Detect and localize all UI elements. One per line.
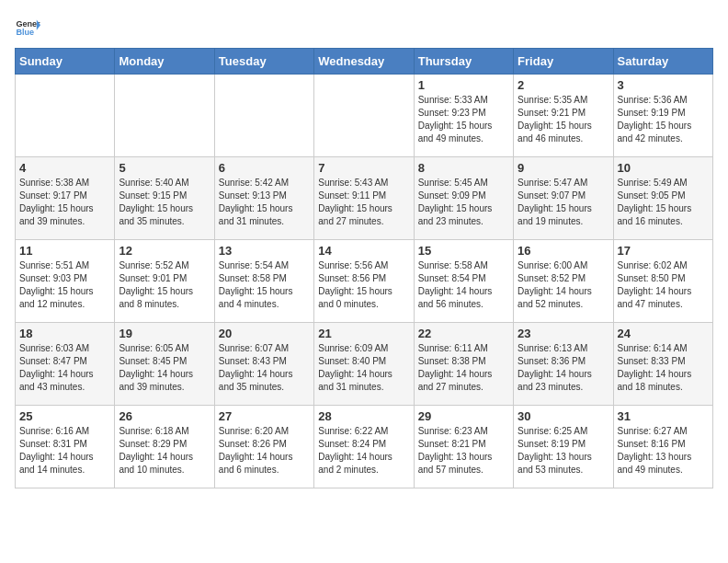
logo: General Blue [15,15,40,40]
day-info: Sunrise: 6:16 AM Sunset: 8:31 PM Dayligh… [19,425,110,477]
day-info: Sunrise: 5:58 AM Sunset: 8:54 PM Dayligh… [418,259,509,311]
calendar-cell: 4Sunrise: 5:38 AM Sunset: 9:17 PM Daylig… [16,157,115,240]
day-info: Sunrise: 6:03 AM Sunset: 8:47 PM Dayligh… [19,342,110,394]
day-info: Sunrise: 5:49 AM Sunset: 9:05 PM Dayligh… [618,177,709,228]
calendar-cell: 3Sunrise: 5:36 AM Sunset: 9:19 PM Daylig… [613,75,712,157]
logo-icon: General Blue [15,15,40,40]
day-number: 5 [119,161,210,175]
day-info: Sunrise: 6:18 AM Sunset: 8:29 PM Dayligh… [119,425,210,477]
day-header-friday: Friday [514,49,613,75]
calendar-cell [314,75,414,157]
day-info: Sunrise: 6:23 AM Sunset: 8:21 PM Dayligh… [418,425,509,477]
day-header-sunday: Sunday [16,49,115,75]
calendar-cell: 21Sunrise: 6:09 AM Sunset: 8:40 PM Dayli… [314,323,414,406]
day-info: Sunrise: 5:47 AM Sunset: 9:07 PM Dayligh… [518,177,609,228]
day-info: Sunrise: 6:00 AM Sunset: 8:52 PM Dayligh… [518,259,609,311]
day-number: 9 [518,161,609,175]
day-number: 25 [19,409,110,423]
calendar-cell: 19Sunrise: 6:05 AM Sunset: 8:45 PM Dayli… [115,323,214,406]
day-info: Sunrise: 5:52 AM Sunset: 9:01 PM Dayligh… [119,259,210,311]
calendar-cell: 17Sunrise: 6:02 AM Sunset: 8:50 PM Dayli… [613,240,712,323]
day-number: 11 [19,244,110,258]
calendar-cell: 13Sunrise: 5:54 AM Sunset: 8:58 PM Dayli… [214,240,313,323]
calendar-cell: 29Sunrise: 6:23 AM Sunset: 8:21 PM Dayli… [414,406,513,488]
day-info: Sunrise: 6:22 AM Sunset: 8:24 PM Dayligh… [318,425,409,477]
calendar-cell: 28Sunrise: 6:22 AM Sunset: 8:24 PM Dayli… [314,406,414,488]
day-number: 6 [219,161,310,175]
calendar-cell: 8Sunrise: 5:45 AM Sunset: 9:09 PM Daylig… [414,157,513,240]
calendar-cell: 10Sunrise: 5:49 AM Sunset: 9:05 PM Dayli… [613,157,712,240]
day-info: Sunrise: 6:05 AM Sunset: 8:45 PM Dayligh… [119,342,210,394]
day-number: 24 [618,327,709,340]
day-number: 4 [19,161,110,175]
day-number: 31 [618,409,709,423]
calendar-cell: 22Sunrise: 6:11 AM Sunset: 8:38 PM Dayli… [414,323,513,406]
calendar-cell: 30Sunrise: 6:25 AM Sunset: 8:19 PM Dayli… [514,406,613,488]
header: General Blue [15,15,713,40]
week-row-1: 1Sunrise: 5:33 AM Sunset: 9:23 PM Daylig… [16,75,713,157]
day-info: Sunrise: 5:56 AM Sunset: 8:56 PM Dayligh… [318,259,409,311]
day-info: Sunrise: 6:11 AM Sunset: 8:38 PM Dayligh… [418,342,509,394]
calendar-cell: 31Sunrise: 6:27 AM Sunset: 8:16 PM Dayli… [613,406,712,488]
week-row-4: 18Sunrise: 6:03 AM Sunset: 8:47 PM Dayli… [16,323,713,406]
day-number: 10 [618,161,709,175]
svg-text:Blue: Blue [16,28,34,37]
calendar-cell: 18Sunrise: 6:03 AM Sunset: 8:47 PM Dayli… [16,323,115,406]
day-info: Sunrise: 6:14 AM Sunset: 8:33 PM Dayligh… [618,342,709,394]
day-header-thursday: Thursday [414,49,513,75]
calendar-cell: 2Sunrise: 5:35 AM Sunset: 9:21 PM Daylig… [514,75,613,157]
day-number: 19 [119,327,210,340]
calendar-cell: 9Sunrise: 5:47 AM Sunset: 9:07 PM Daylig… [514,157,613,240]
calendar-cell: 16Sunrise: 6:00 AM Sunset: 8:52 PM Dayli… [514,240,613,323]
calendar-cell: 15Sunrise: 5:58 AM Sunset: 8:54 PM Dayli… [414,240,513,323]
day-number: 29 [418,409,509,423]
day-header-tuesday: Tuesday [214,49,313,75]
day-number: 17 [618,244,709,258]
day-header-wednesday: Wednesday [314,49,414,75]
calendar-cell: 27Sunrise: 6:20 AM Sunset: 8:26 PM Dayli… [214,406,313,488]
day-number: 1 [418,78,509,92]
week-row-2: 4Sunrise: 5:38 AM Sunset: 9:17 PM Daylig… [16,157,713,240]
day-number: 12 [119,244,210,258]
day-info: Sunrise: 6:02 AM Sunset: 8:50 PM Dayligh… [618,259,709,311]
day-number: 27 [219,409,310,423]
day-info: Sunrise: 5:43 AM Sunset: 9:11 PM Dayligh… [318,177,409,228]
day-number: 7 [318,161,409,175]
day-info: Sunrise: 5:51 AM Sunset: 9:03 PM Dayligh… [19,259,110,311]
day-info: Sunrise: 6:25 AM Sunset: 8:19 PM Dayligh… [518,425,609,477]
calendar-cell [115,75,214,157]
day-number: 13 [219,244,310,258]
calendar-cell: 20Sunrise: 6:07 AM Sunset: 8:43 PM Dayli… [214,323,313,406]
calendar-cell: 12Sunrise: 5:52 AM Sunset: 9:01 PM Dayli… [115,240,214,323]
day-number: 14 [318,244,409,258]
calendar-cell: 23Sunrise: 6:13 AM Sunset: 8:36 PM Dayli… [514,323,613,406]
calendar-cell: 7Sunrise: 5:43 AM Sunset: 9:11 PM Daylig… [314,157,414,240]
day-header-saturday: Saturday [613,49,712,75]
calendar-cell: 5Sunrise: 5:40 AM Sunset: 9:15 PM Daylig… [115,157,214,240]
day-number: 30 [518,409,609,423]
calendar-cell: 25Sunrise: 6:16 AM Sunset: 8:31 PM Dayli… [16,406,115,488]
day-info: Sunrise: 6:20 AM Sunset: 8:26 PM Dayligh… [219,425,310,477]
calendar-cell: 26Sunrise: 6:18 AM Sunset: 8:29 PM Dayli… [115,406,214,488]
calendar-cell [16,75,115,157]
day-info: Sunrise: 5:40 AM Sunset: 9:15 PM Dayligh… [119,177,210,228]
day-number: 21 [318,327,409,340]
day-number: 8 [418,161,509,175]
day-header-monday: Monday [115,49,214,75]
calendar-header-row: SundayMondayTuesdayWednesdayThursdayFrid… [16,49,713,75]
day-info: Sunrise: 5:35 AM Sunset: 9:21 PM Dayligh… [518,94,609,145]
day-number: 22 [418,327,509,340]
day-number: 28 [318,409,409,423]
day-info: Sunrise: 6:09 AM Sunset: 8:40 PM Dayligh… [318,342,409,394]
day-number: 26 [119,409,210,423]
day-number: 20 [219,327,310,340]
day-info: Sunrise: 5:54 AM Sunset: 8:58 PM Dayligh… [219,259,310,311]
day-number: 23 [518,327,609,340]
week-row-3: 11Sunrise: 5:51 AM Sunset: 9:03 PM Dayli… [16,240,713,323]
day-number: 2 [518,78,609,92]
calendar-cell: 11Sunrise: 5:51 AM Sunset: 9:03 PM Dayli… [16,240,115,323]
day-info: Sunrise: 5:45 AM Sunset: 9:09 PM Dayligh… [418,177,509,228]
day-number: 18 [19,327,110,340]
day-number: 15 [418,244,509,258]
day-info: Sunrise: 6:07 AM Sunset: 8:43 PM Dayligh… [219,342,310,394]
